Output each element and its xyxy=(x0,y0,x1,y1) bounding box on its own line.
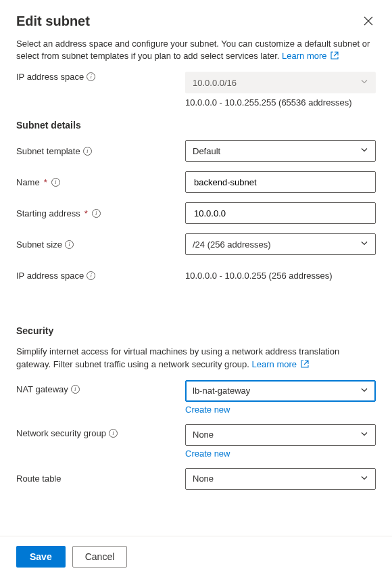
info-icon[interactable]: i xyxy=(109,429,118,438)
chevron-down-icon xyxy=(360,386,368,396)
name-input[interactable] xyxy=(193,172,355,192)
ip-address-space-select: 10.0.0.0/16 xyxy=(185,72,376,93)
info-icon[interactable]: i xyxy=(87,271,95,280)
name-label: Name xyxy=(16,177,40,187)
security-learn-more-link[interactable]: Learn more xyxy=(252,359,309,369)
route-table-select[interactable]: None xyxy=(185,468,376,490)
info-icon[interactable]: i xyxy=(87,72,95,81)
info-icon[interactable]: i xyxy=(92,209,101,218)
description: Select an address space and configure yo… xyxy=(16,38,376,62)
nat-gateway-create-link[interactable]: Create new xyxy=(185,405,230,415)
chevron-down-icon xyxy=(360,474,368,484)
security-description: Simplify internet access for virtual mac… xyxy=(16,346,376,370)
nat-gateway-select[interactable]: lb-nat-gateway xyxy=(185,380,376,402)
close-button[interactable] xyxy=(361,14,376,30)
close-icon xyxy=(364,16,373,26)
chevron-down-icon xyxy=(360,239,368,250)
nsg-label: Network security group xyxy=(16,428,106,438)
chevron-down-icon xyxy=(360,146,368,156)
chevron-down-icon xyxy=(360,430,368,440)
edit-subnet-pane: Edit subnet Select an address space and … xyxy=(0,0,392,577)
nsg-create-link[interactable]: Create new xyxy=(185,448,230,459)
learn-more-link[interactable]: Learn more xyxy=(282,51,339,61)
security-heading: Security xyxy=(16,325,376,336)
cancel-button[interactable]: Cancel xyxy=(72,546,128,568)
footer: Save Cancel xyxy=(0,536,392,577)
external-link-icon xyxy=(330,51,339,60)
chevron-down-icon xyxy=(360,78,368,88)
ip-address-space-label: IP address space xyxy=(16,72,84,82)
nat-gateway-label: NAT gateway xyxy=(16,384,68,394)
starting-address-input[interactable] xyxy=(193,203,355,223)
subnet-details-heading: Subnet details xyxy=(16,120,376,131)
subnet-ip-space-value: 10.0.0.0 - 10.0.0.255 (256 addresses) xyxy=(185,271,376,281)
name-field-wrapper xyxy=(185,171,376,193)
nsg-select[interactable]: None xyxy=(185,424,376,446)
external-link-icon xyxy=(301,360,309,368)
subnet-template-select[interactable]: Default xyxy=(185,140,376,162)
save-button[interactable]: Save xyxy=(16,546,66,568)
starting-address-label: Starting address xyxy=(16,208,80,218)
info-icon[interactable]: i xyxy=(65,240,74,249)
subnet-size-label: Subnet size xyxy=(16,239,62,250)
ip-range-text: 10.0.0.0 - 10.0.255.255 (65536 addresses… xyxy=(185,97,376,108)
starting-address-field-wrapper xyxy=(185,202,376,224)
subnet-size-select[interactable]: /24 (256 addresses) xyxy=(185,233,376,255)
route-table-label: Route table xyxy=(16,474,62,484)
info-icon[interactable]: i xyxy=(71,385,80,394)
subnet-template-label: Subnet template xyxy=(16,146,80,156)
info-icon[interactable]: i xyxy=(51,178,60,187)
info-icon[interactable]: i xyxy=(83,147,92,156)
page-title: Edit subnet xyxy=(16,14,90,29)
subnet-ip-space-label: IP address space xyxy=(16,271,84,281)
